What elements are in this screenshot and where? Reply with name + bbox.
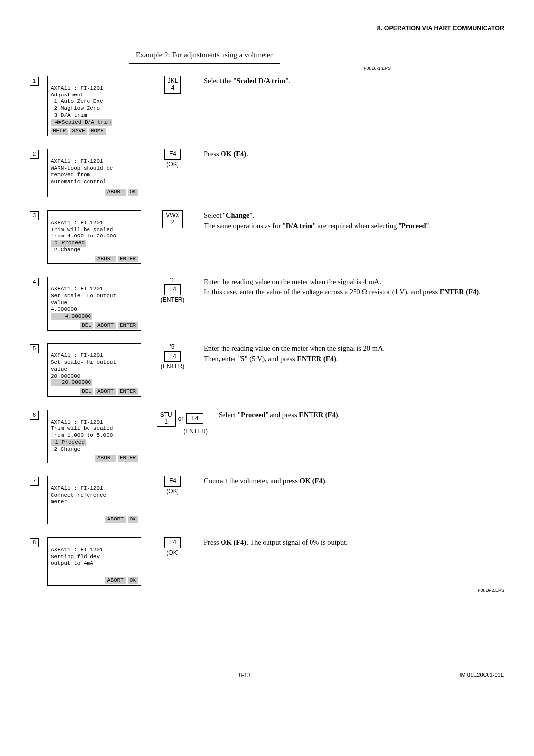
softkey-enter[interactable]: ENTER	[118, 322, 138, 329]
softkey-del[interactable]: DEL	[80, 388, 93, 395]
keypad-key[interactable]: JKL 4	[164, 76, 181, 94]
lcd-line: from 1.000 to 5.000	[51, 432, 113, 438]
page-number: 8-13	[30, 672, 460, 679]
lcd-line: removed from	[51, 172, 90, 178]
softkey-help[interactable]: HELP	[51, 128, 68, 135]
step-description: Press OK (F4). The output signal of 0% i…	[204, 537, 504, 548]
or-label: or	[178, 415, 184, 422]
key-bot: 1	[164, 418, 168, 425]
page-footer: 8-13 IM 01E20C01-01E	[30, 672, 504, 679]
key-bot: 4	[171, 84, 175, 91]
softkey-row: ABORT ENTER	[51, 455, 138, 462]
lcd-line: meter	[51, 499, 67, 505]
lcd-line: 1 Auto Zero Exe	[51, 98, 103, 104]
softkey-row: ABORT OK	[51, 516, 138, 523]
lcd-title: AXFA11 : FI-1201	[51, 352, 103, 358]
lcd-screen: AXFA11 : FI-1201 Trim will be scaled fro…	[47, 210, 141, 264]
lcd-line: 2 Magflow Zero	[51, 105, 100, 111]
lcd-title: AXFA11 : FI-1201	[51, 158, 103, 164]
key-pretop: '1'	[170, 277, 175, 284]
softkey-abort[interactable]: ABORT	[95, 322, 116, 329]
step-4: 4 AXFA11 : FI-1201 Set scale- Lo output …	[30, 277, 504, 330]
key-column: F4 (OK)	[150, 537, 195, 556]
lcd-line: Trim will be scaled	[51, 227, 113, 233]
softkey-abort[interactable]: ABORT	[95, 455, 116, 462]
softkey-row: DEL ABORT ENTER	[51, 322, 138, 329]
step-description: Press OK (F4).	[204, 149, 504, 159]
softkey-ok[interactable]: OK	[128, 577, 138, 584]
lcd-line: 2 Change	[51, 446, 80, 452]
softkey-enter[interactable]: ENTER	[118, 256, 138, 263]
key-sublabel: (ENTER)	[183, 428, 208, 435]
step-number: 4	[30, 278, 39, 286]
keypad-key[interactable]: VWX 2	[162, 210, 182, 228]
key-column: F4 (OK)	[150, 476, 195, 495]
keypad-key[interactable]: F4	[186, 413, 203, 424]
lcd-line: from 4.000 to 20.000	[51, 233, 116, 239]
step-description: Enter the reading value on the meter whe…	[204, 343, 504, 364]
step-description: Enter the reading value on the meter whe…	[204, 277, 504, 297]
keypad-key[interactable]: F4	[164, 537, 181, 548]
lcd-highlight: 4.000000	[51, 313, 92, 320]
keypad-key[interactable]: F4	[164, 284, 181, 295]
doc-id: IM 01E20C01-01E	[460, 672, 505, 679]
step-1: 1 AXFA11 : FI-1201 Adjustment 1 Auto Zer…	[30, 76, 504, 136]
softkey-row: ABORT ENTER	[51, 256, 138, 263]
step-number: 3	[30, 211, 39, 220]
lcd-title: AXFA11 : FI-1201	[51, 220, 103, 226]
key-sublabel: (OK)	[166, 488, 178, 495]
key-column: '5' F4 (ENTER)	[150, 343, 195, 370]
softkey-abort[interactable]: ABORT	[105, 189, 126, 196]
lcd-line: value	[51, 300, 67, 306]
steps-container: 1 AXFA11 : FI-1201 Adjustment 1 Auto Zer…	[30, 76, 504, 586]
step-2: 2 AXFA11 : FI-1201 WARN-Loop should be r…	[30, 149, 504, 197]
keypad-key[interactable]: F4	[164, 351, 181, 362]
key-column: STU 1 or F4 (ENTER)	[150, 410, 210, 435]
softkey-row: ABORT OK	[51, 577, 138, 584]
softkey-home[interactable]: HOME	[89, 128, 106, 135]
softkey-ok[interactable]: OK	[128, 189, 138, 196]
lcd-line: Setting fld dev	[51, 554, 100, 560]
softkey-enter[interactable]: ENTER	[118, 455, 138, 462]
lcd-highlight: 1 Proceed	[51, 240, 86, 247]
lcd-line: 3 D/A trim	[51, 112, 87, 118]
softkey-enter[interactable]: ENTER	[118, 388, 138, 395]
lcd-screen: AXFA11 : FI-1201 Set scale- Hi output va…	[47, 343, 141, 397]
step-6: 6 AXFA11 : FI-1201 Trim will be scaled f…	[30, 410, 504, 463]
softkey-row: DEL ABORT ENTER	[51, 388, 138, 395]
lcd-line: output to 4mA	[51, 560, 93, 566]
step-number: 8	[30, 538, 39, 547]
key-top: JKL	[168, 77, 178, 84]
key-sublabel: (OK)	[166, 161, 178, 168]
step-number: 5	[30, 344, 39, 353]
softkey-abort[interactable]: ABORT	[105, 577, 126, 584]
key-column: VWX 2	[150, 210, 195, 228]
key-pretop: '5'	[170, 343, 175, 350]
lcd-screen: AXFA11 : FI-1201 Adjustment 1 Auto Zero …	[47, 76, 141, 136]
eps-label-top: F0816-1.EPS	[30, 66, 391, 71]
lcd-highlight: 1 Proceed	[51, 439, 86, 446]
softkey-ok[interactable]: OK	[128, 516, 138, 523]
lcd-line: 4.000000	[51, 306, 77, 312]
lcd-title: AXFA11 : FI-1201	[51, 485, 103, 491]
lcd-line: Set scale- Lo output	[51, 293, 116, 299]
softkey-del[interactable]: DEL	[80, 322, 93, 329]
step-8: 8 AXFA11 : FI-1201 Setting fld dev outpu…	[30, 537, 504, 586]
softkey-abort[interactable]: ABORT	[105, 516, 126, 523]
keypad-key[interactable]: F4	[164, 149, 181, 160]
lcd-title: AXFA11 : FI-1201	[51, 286, 103, 292]
lcd-line: Set scale- Hi output	[51, 359, 116, 365]
keypad-key[interactable]: STU 1	[157, 410, 176, 427]
step-3: 3 AXFA11 : FI-1201 Trim will be scaled f…	[30, 210, 504, 264]
step-7: 7 AXFA11 : FI-1201 Connect reference met…	[30, 476, 504, 524]
softkey-abort[interactable]: ABORT	[95, 256, 116, 263]
lcd-highlight: 4►Scaled D/A trim	[51, 119, 112, 126]
lcd-line: Adjustment	[51, 92, 84, 98]
softkey-abort[interactable]: ABORT	[95, 388, 116, 395]
softkey-save[interactable]: SAVE	[70, 128, 87, 135]
key-column: JKL 4	[150, 76, 195, 94]
lcd-line: Connect reference	[51, 492, 106, 498]
keypad-key[interactable]: F4	[164, 476, 181, 487]
key-top: VWX	[166, 212, 179, 219]
softkey-row: HELP SAVE HOME	[51, 128, 138, 135]
